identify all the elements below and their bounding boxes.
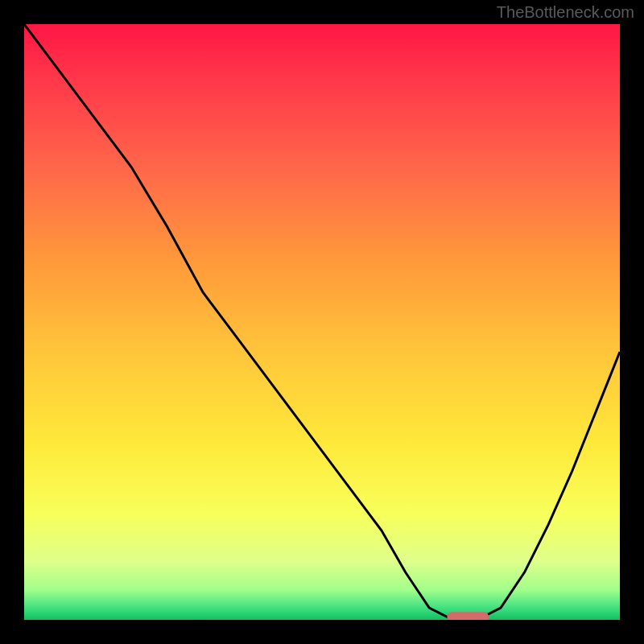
watermark-text: TheBottleneck.com: [497, 3, 634, 22]
chart-svg: [24, 24, 620, 620]
plot-background: [24, 24, 620, 620]
optimal-marker: [447, 612, 489, 620]
bottleneck-chart: [24, 24, 620, 620]
